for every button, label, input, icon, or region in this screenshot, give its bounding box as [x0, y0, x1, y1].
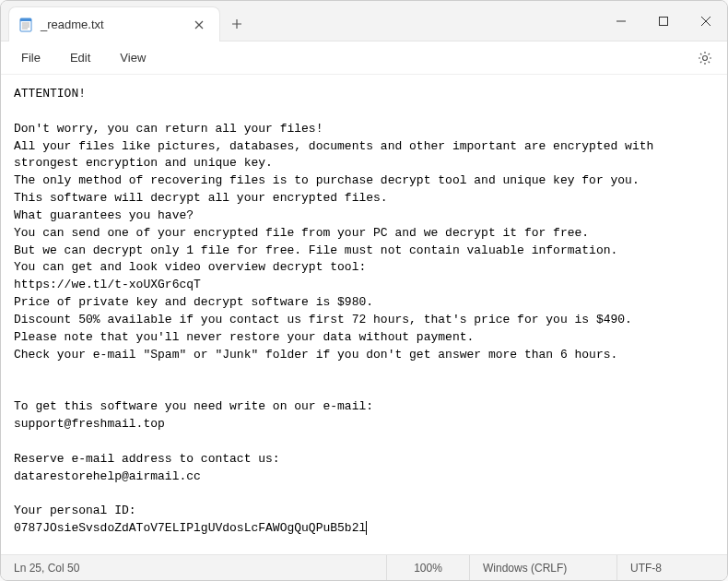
menu-file[interactable]: File — [8, 47, 53, 68]
window-close-button[interactable] — [685, 1, 727, 41]
document-text: ATTENTION! Don't worry, you can return a… — [14, 87, 661, 535]
tab-label: _readme.txt — [41, 18, 181, 31]
minimize-button[interactable] — [600, 1, 642, 41]
gear-icon — [698, 51, 712, 65]
close-icon — [194, 20, 204, 30]
menu-view[interactable]: View — [107, 47, 159, 68]
status-eol[interactable]: Windows (CRLF) — [469, 555, 616, 580]
svg-rect-11 — [660, 17, 668, 25]
maximize-button[interactable] — [642, 1, 685, 41]
titlebar: _readme.txt — [1, 1, 727, 42]
tab-close-button[interactable] — [188, 14, 210, 36]
close-icon — [701, 17, 710, 26]
status-encoding[interactable]: UTF-8 — [616, 555, 727, 580]
menu-edit[interactable]: Edit — [57, 47, 103, 68]
editor-content[interactable]: ATTENTION! Don't worry, you can return a… — [1, 75, 727, 554]
new-tab-button[interactable] — [220, 6, 253, 41]
window-controls — [600, 1, 727, 41]
notepad-icon — [18, 18, 33, 32]
titlebar-drag-area[interactable] — [253, 1, 600, 41]
minimize-icon — [616, 17, 626, 26]
tab-active[interactable]: _readme.txt — [8, 6, 220, 42]
svg-rect-1 — [20, 18, 31, 21]
status-position: Ln 25, Col 50 — [1, 562, 386, 575]
maximize-icon — [659, 17, 668, 26]
statusbar: Ln 25, Col 50 100% Windows (CRLF) UTF-8 — [1, 554, 727, 580]
text-caret — [366, 521, 367, 535]
menubar: File Edit View — [1, 42, 727, 75]
plus-icon — [231, 18, 242, 30]
settings-button[interactable] — [690, 43, 720, 73]
status-zoom[interactable]: 100% — [386, 555, 469, 580]
